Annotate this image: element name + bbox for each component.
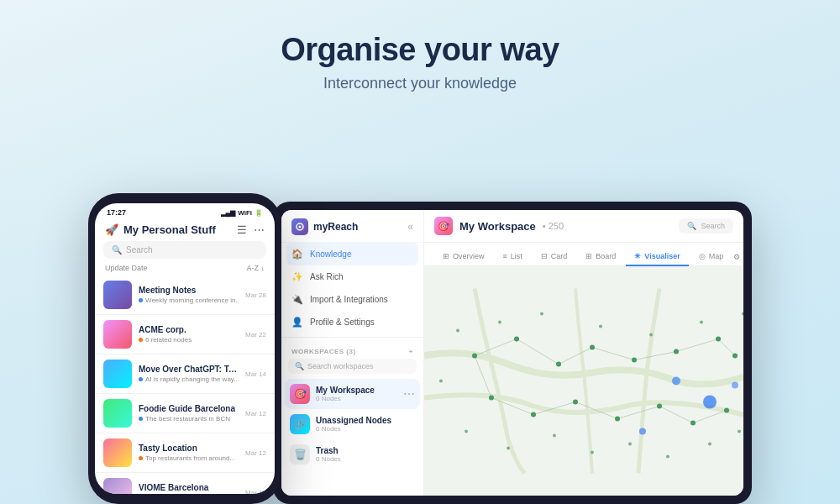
item-subtitle: The best restaurants in BCN xyxy=(139,415,239,423)
sidebar-item-profile-&-settings[interactable]: 👤 Profile & Settings xyxy=(281,311,423,333)
workspace-search-placeholder: Search workspaces xyxy=(307,362,374,370)
svg-point-20 xyxy=(590,345,595,350)
main-header: 🎯 My Workspace • 250 🔍 Search xyxy=(424,210,743,243)
hero-subtitle: Interconnect your knowledge xyxy=(0,75,840,92)
status-dot xyxy=(139,298,143,302)
main-search-placeholder: Search xyxy=(701,222,725,230)
tablet-sidebar: myReach « 🏠 Knowledge ✨ Ask Rich 🔌 Impor… xyxy=(281,210,424,496)
filter-label: Filte... xyxy=(743,253,743,261)
sidebar-nav: 🏠 Knowledge ✨ Ask Rich 🔌 Import & Integr… xyxy=(281,243,423,333)
nav-icon: ✨ xyxy=(291,271,303,282)
tab-map[interactable]: ◎ Map xyxy=(690,248,732,266)
svg-point-24 xyxy=(732,354,738,359)
hero-title: Organise your way xyxy=(0,32,840,68)
tab-icon: ⊞ xyxy=(443,252,449,260)
tab-label: List xyxy=(511,252,522,260)
wifi-icon: WiFi xyxy=(238,209,252,217)
svg-point-40 xyxy=(700,321,703,324)
nav-label: Ask Rich xyxy=(310,272,343,281)
phone-list-item[interactable]: Foodie Guide Barcelona The best restaura… xyxy=(95,394,275,433)
svg-point-23 xyxy=(716,337,721,342)
tab-list[interactable]: ≡ List xyxy=(495,248,531,266)
phone-search-bar[interactable]: 🔍 Search xyxy=(103,241,266,259)
tablet-screen: myReach « 🏠 Knowledge ✨ Ask Rich 🔌 Impor… xyxy=(281,210,743,496)
svg-point-39 xyxy=(649,333,653,337)
sidebar-item-knowledge[interactable]: 🏠 Knowledge xyxy=(286,243,418,265)
phone-status-bar: 17:27 ▂▄▆ WiFi 🔋 xyxy=(95,203,275,220)
workspace-title: My Workspace xyxy=(459,220,536,233)
phone-list-item[interactable]: Tasty Location Top restaurants from arou… xyxy=(95,433,275,473)
item-content: Tasty Location Top restaurants from arou… xyxy=(139,444,239,462)
phone-list-item[interactable]: VIOME Barcelona Healthcare startup that … xyxy=(95,473,275,494)
signal-icon: ▂▄▆ xyxy=(221,209,236,217)
workspace-more-icon[interactable]: ⋯ xyxy=(403,387,415,401)
workspace-info: My Workspace 0 Nodes xyxy=(316,386,397,402)
svg-point-26 xyxy=(531,412,536,417)
item-content: ACME corp. 6 related nodes xyxy=(139,325,239,344)
workspace-name: My Workspace xyxy=(316,386,397,395)
phone-list-item[interactable]: Move Over ChatGPT: Tools... AI is rapidl… xyxy=(95,354,275,394)
svg-point-22 xyxy=(674,349,679,354)
main-content: 🎯 My Workspace • 250 🔍 Search ⊞ Overview… xyxy=(424,210,743,496)
svg-point-18 xyxy=(514,337,519,342)
tab-visualiser[interactable]: ✳ Visualiser xyxy=(626,248,688,266)
sidebar-header: myReach « xyxy=(281,210,423,243)
map-svg xyxy=(424,266,743,496)
svg-point-19 xyxy=(556,362,561,367)
phone-app-title: 🚀 My Personal Stuff xyxy=(105,223,216,236)
item-title: ACME corp. xyxy=(139,325,239,334)
item-title: Tasty Location xyxy=(139,444,239,453)
list-icon: ☰ xyxy=(237,223,247,236)
workspace-count: 0 Nodes xyxy=(316,395,397,402)
sidebar-collapse-icon[interactable]: « xyxy=(407,221,413,233)
main-title: 🎯 My Workspace • 250 xyxy=(434,217,564,235)
tabs-bar: ⊞ Overview ≡ List ⊟ Card ⊞ Board ✳ Visua… xyxy=(424,243,743,266)
tab-label: Visualiser xyxy=(644,252,680,260)
item-thumbnail xyxy=(103,399,132,428)
filter-button[interactable]: ⚙ Filte... xyxy=(733,253,743,261)
workspace-count: 0 Nodes xyxy=(316,455,415,463)
nav-label: Knowledge xyxy=(310,249,351,259)
svg-point-46 xyxy=(628,443,632,446)
nav-icon: 🔌 xyxy=(291,294,303,305)
phone-list-item[interactable]: ACME corp. 6 related nodes Mar 22 xyxy=(95,315,275,354)
workspace-item-trash[interactable]: 🗑️ Trash 0 Nodes xyxy=(281,439,423,470)
sidebar-item-ask-rich[interactable]: ✨ Ask Rich xyxy=(281,265,423,288)
item-thumbnail xyxy=(103,281,132,309)
nav-icon: 🏠 xyxy=(291,249,303,260)
item-title: Meeting Notes xyxy=(139,286,239,295)
phone-header: 🚀 My Personal Stuff ☰ ⋯ xyxy=(95,220,275,241)
main-search-bar[interactable]: 🔍 Search xyxy=(679,218,733,234)
add-workspace-icon[interactable]: + xyxy=(409,348,413,355)
item-subtitle: 6 related nodes xyxy=(139,336,239,344)
battery-icon: 🔋 xyxy=(255,209,263,217)
workspace-name: Unassigned Nodes xyxy=(316,416,415,425)
item-subtitle: AI is rapidly changing the way... xyxy=(139,375,239,383)
phone-list: Meeting Notes Weekly morning conference … xyxy=(95,276,275,494)
tab-icon: ⊟ xyxy=(541,252,548,260)
svg-point-48 xyxy=(708,443,711,446)
workspace-info: Unassigned Nodes 0 Nodes xyxy=(316,416,415,433)
phone-list-item[interactable]: Meeting Notes Weekly morning conference … xyxy=(95,276,275,315)
svg-point-44 xyxy=(553,434,556,438)
workspace-search[interactable]: 🔍 Search workspaces xyxy=(288,359,417,374)
tab-overview[interactable]: ⊞ Overview xyxy=(434,248,493,266)
workspace-avatar: 🎯 xyxy=(434,217,453,235)
workspace-list: 🎯 My Workspace 0 Nodes ⋯ 🔗 Unassigned No… xyxy=(281,379,423,470)
svg-point-37 xyxy=(540,312,543,316)
status-dot xyxy=(139,417,143,421)
svg-point-29 xyxy=(657,404,662,409)
svg-point-35 xyxy=(456,329,459,333)
search-icon: 🔍 xyxy=(112,245,122,255)
sidebar-item-import-&-integrations[interactable]: 🔌 Import & Integrations xyxy=(281,288,423,311)
workspace-item-my-workspace[interactable]: 🎯 My Workspace 0 Nodes ⋯ xyxy=(285,379,420,409)
nav-label: Profile & Settings xyxy=(310,318,375,327)
workspace-item-unassigned-nodes[interactable]: 🔗 Unassigned Nodes 0 Nodes xyxy=(281,409,423,439)
item-subtitle: Weekly morning conference in... xyxy=(139,297,239,304)
svg-point-50 xyxy=(439,380,443,383)
nav-label: Import & Integrations xyxy=(310,295,388,304)
item-thumbnail xyxy=(103,360,132,388)
svg-point-51 xyxy=(732,382,738,389)
tab-board[interactable]: ⊞ Board xyxy=(577,248,624,266)
tab-card[interactable]: ⊟ Card xyxy=(533,248,576,266)
